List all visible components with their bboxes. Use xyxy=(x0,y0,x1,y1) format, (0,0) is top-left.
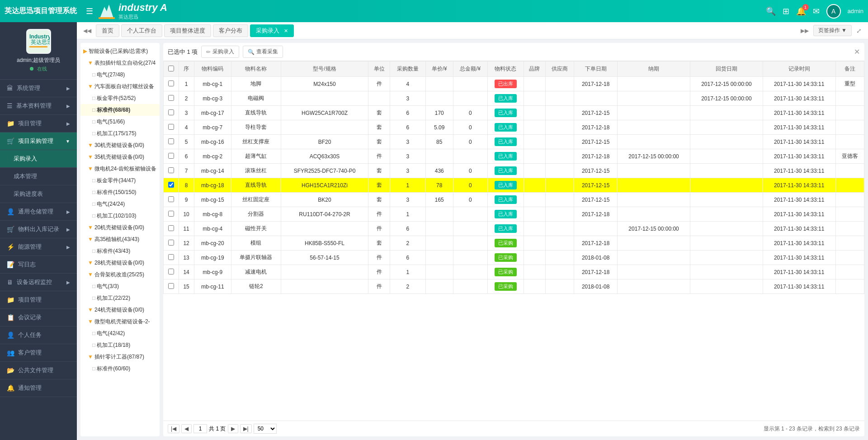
fullscreen-btn[interactable]: ⤢ xyxy=(854,26,864,35)
row-checkbox-14[interactable] xyxy=(168,283,174,289)
row-checkbox-2[interactable] xyxy=(168,109,174,115)
tree-leaf-9[interactable]: □标准件(43/43) xyxy=(80,245,160,257)
cell-checkbox[interactable] xyxy=(164,178,179,193)
tree-leaf-2[interactable]: □标准件(68/68) xyxy=(80,104,160,116)
tree-node-5[interactable]: ▼20机壳裙链设备(0/0) xyxy=(80,222,160,233)
notification-icon[interactable]: 🔔1 xyxy=(796,6,806,16)
cell-checkbox[interactable] xyxy=(164,77,179,91)
tree-node-11[interactable]: ▼插针零计工器(87/87) xyxy=(80,351,160,363)
tab-purchase[interactable]: 采购录入 ✕ xyxy=(250,24,294,37)
next-page-btn[interactable]: ▶ xyxy=(228,424,238,433)
close-panel-btn[interactable]: ✕ xyxy=(854,47,860,56)
username-label[interactable]: admin xyxy=(848,8,863,14)
tab-home[interactable]: 首页 xyxy=(96,24,119,37)
row-checkbox-12[interactable] xyxy=(168,254,174,260)
cell-checkbox[interactable] xyxy=(164,236,179,251)
sidebar-item-tasks[interactable]: 👤 个人任务 xyxy=(0,326,77,344)
sidebar-item-project[interactable]: 📁 项目管理 ▶ xyxy=(0,115,77,132)
row-checkbox-7[interactable] xyxy=(168,182,174,188)
row-checkbox-8[interactable] xyxy=(168,196,174,202)
tree-leaf-8[interactable]: □机加工(102/103) xyxy=(80,210,160,222)
tab-progress[interactable]: 项目整体进度 xyxy=(164,24,211,37)
cell-checkbox[interactable] xyxy=(164,193,179,207)
tree-node-3[interactable]: ▼35机壳裙链设备(0/0) xyxy=(80,151,160,163)
tree-node-2[interactable]: ▼30机壳裙链设备(0/0) xyxy=(80,139,160,151)
cell-checkbox[interactable] xyxy=(164,207,179,222)
sidebar-item-inventory[interactable]: 🛒 物料出入库记录 ▶ xyxy=(0,221,77,238)
cell-checkbox[interactable] xyxy=(164,164,179,178)
sidebar-item-monitor[interactable]: 🖥 设备远程监控 ▶ xyxy=(0,274,77,291)
sidebar-item-files[interactable]: 📂 公共文件管理 xyxy=(0,362,77,379)
row-checkbox-1[interactable] xyxy=(168,95,174,101)
sidebar-item-customers[interactable]: 👥 客户管理 xyxy=(0,344,77,362)
row-checkbox-11[interactable] xyxy=(168,240,174,246)
tree-leaf-6[interactable]: □标准件(150/150) xyxy=(80,186,160,198)
tree-leaf-0[interactable]: □电气(27/48) xyxy=(80,69,160,80)
tree-leaf-3[interactable]: □电气(51/66) xyxy=(80,116,160,128)
cell-checkbox[interactable] xyxy=(164,265,179,279)
sidebar-item-notify[interactable]: 🔔 通知管理 xyxy=(0,379,77,397)
purchase-entry-btn[interactable]: ✏ 采购录入 xyxy=(201,46,239,58)
grid-icon[interactable]: ⊞ xyxy=(783,6,789,16)
tree-node-4[interactable]: ▼微电机24-齿蛇板裙轴设备 xyxy=(80,163,160,175)
view-purchase-btn[interactable]: 🔍 查看采集 xyxy=(243,46,283,58)
tabs-prev-btn[interactable]: ◀◀ xyxy=(80,27,94,35)
tree-node-6[interactable]: ▼高35植轴机(43/43) xyxy=(80,233,160,245)
tree-node-1[interactable]: ▼汽车面板自动打螺丝设备 xyxy=(80,80,160,92)
cell-checkbox[interactable] xyxy=(164,91,179,106)
tree-node-0[interactable]: ▼表扣插针组立自动化(27/4 xyxy=(80,57,160,69)
sidebar-subitem-purchase-entry[interactable]: 采购录入 xyxy=(0,150,77,168)
cell-checkbox[interactable] xyxy=(164,120,179,135)
tree-leaf-7[interactable]: □电气(24/24) xyxy=(80,198,160,210)
tree-node-10[interactable]: ▼微型电机壳裙链设备-2- xyxy=(80,316,160,327)
row-checkbox-3[interactable] xyxy=(168,124,174,130)
page-size-select[interactable]: 10 20 50 100 xyxy=(254,424,277,434)
tree-node-9[interactable]: ▼24机壳裙链设备(0/0) xyxy=(80,304,160,316)
row-checkbox-5[interactable] xyxy=(168,153,174,159)
tree-leaf-1[interactable]: □板金零件(52/52) xyxy=(80,92,160,104)
tree-leaf-5[interactable]: □板金零件(34/47) xyxy=(80,175,160,186)
tab-customers[interactable]: 客户分布 xyxy=(213,24,248,37)
row-checkbox-13[interactable] xyxy=(168,269,174,274)
tabs-next-btn[interactable]: ▶▶ xyxy=(798,27,811,35)
tree-leaf-11[interactable]: □机加工(22/22) xyxy=(80,292,160,304)
tree-leaf-4[interactable]: □机加工(175/175) xyxy=(80,128,160,139)
last-page-btn[interactable]: ▶| xyxy=(240,424,252,433)
tree-root[interactable]: ▶智能设备(已采购/总需求) xyxy=(80,45,160,57)
tab-workbench[interactable]: 个人工作台 xyxy=(121,24,162,37)
cell-checkbox[interactable] xyxy=(164,135,179,149)
tree-leaf-10[interactable]: □电气(3/3) xyxy=(80,280,160,292)
first-page-btn[interactable]: |◀ xyxy=(168,424,179,433)
row-checkbox-9[interactable] xyxy=(168,211,174,217)
tab-purchase-close[interactable]: ✕ xyxy=(284,28,288,33)
sidebar-subitem-progress[interactable]: 采购进度表 xyxy=(0,185,77,203)
cell-checkbox[interactable] xyxy=(164,251,179,265)
sidebar-item-warehouse[interactable]: 👤 通用仓储管理 ▶ xyxy=(0,203,77,221)
row-checkbox-10[interactable] xyxy=(168,225,174,231)
cell-checkbox[interactable] xyxy=(164,222,179,236)
tree-node-8[interactable]: ▼合骨架机改造(25/25) xyxy=(80,269,160,280)
menu-toggle-btn[interactable]: ☰ xyxy=(86,6,93,16)
select-all-checkbox[interactable] xyxy=(168,66,174,71)
search-icon[interactable]: 🔍 xyxy=(766,6,776,16)
avatar[interactable]: A xyxy=(826,4,841,19)
sidebar-item-purchase[interactable]: 🛒 项目采购管理 ▼ xyxy=(0,132,77,150)
tree-leaf-14[interactable]: □标准件(60/60) xyxy=(80,363,160,374)
tree-leaf-12[interactable]: □电气(42/42) xyxy=(80,327,160,339)
cell-checkbox[interactable] xyxy=(164,149,179,164)
mail-icon[interactable]: ✉ xyxy=(813,6,820,16)
cell-checkbox[interactable] xyxy=(164,106,179,120)
tree-node-7[interactable]: ▼28机壳裙链设备(0/0) xyxy=(80,257,160,269)
prev-page-btn[interactable]: ◀ xyxy=(181,424,192,433)
sidebar-item-system[interactable]: 🏛 系统管理 ▶ xyxy=(0,80,77,97)
sidebar-item-energy[interactable]: ⚡ 能源管理 ▶ xyxy=(0,238,77,256)
cell-checkbox[interactable] xyxy=(164,279,179,294)
page-number-input[interactable] xyxy=(193,424,207,433)
sidebar-item-log[interactable]: 📝 写日志 xyxy=(0,256,77,274)
row-checkbox-6[interactable] xyxy=(168,167,174,173)
row-checkbox-0[interactable] xyxy=(168,80,174,86)
row-checkbox-4[interactable] xyxy=(168,138,174,144)
sidebar-subitem-cost[interactable]: 成本管理 xyxy=(0,168,77,185)
page-action-btn[interactable]: 页签操作 ▼ xyxy=(813,25,852,36)
sidebar-item-meeting[interactable]: 📋 会议记录 xyxy=(0,309,77,326)
